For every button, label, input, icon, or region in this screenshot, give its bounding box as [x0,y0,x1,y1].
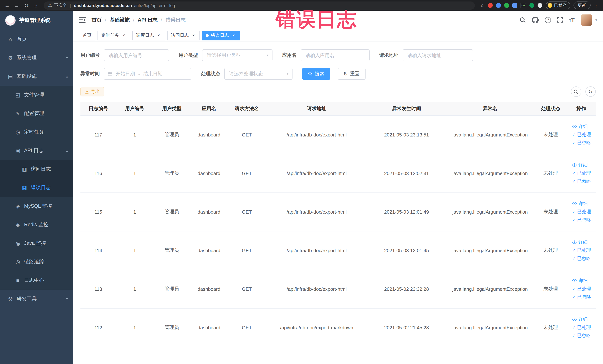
tab-home[interactable]: 首页 [79,31,95,40]
col-request-url: 请求地址 [266,102,367,115]
col-status: 处理状态 [534,102,567,115]
bookmark-star-icon[interactable]: ☆ [480,3,484,8]
sidebar-item-api-logs[interactable]: ▣ API 日志 ▴ [0,141,73,160]
processed-link[interactable]: ✓已处理 [572,131,591,138]
cell-user-id: 1 [116,154,153,192]
mysql-icon: ◈ [15,203,21,209]
eye-icon [572,317,577,321]
detail-link[interactable]: 详细 [572,278,588,284]
tab-schedule-logs[interactable]: 调度日志 × [132,31,165,40]
sidebar-logo[interactable]: 芋道管理系统 [0,11,73,30]
clock-icon: ◷ [15,129,21,135]
processed-link[interactable]: ✓已处理 [572,247,591,254]
processed-link[interactable]: ✓已处理 [572,324,591,331]
processed-link[interactable]: ✓已处理 [572,286,591,292]
extension-icon-grid[interactable] [512,3,517,8]
forward-icon[interactable]: → [13,1,21,10]
detail-link[interactable]: 详细 [572,162,588,168]
sidebar-item-log-center[interactable]: ≡ 日志中心 [0,271,73,290]
sidebar-item-error-logs[interactable]: ▦ 错误日志 [0,178,73,197]
sidebar-item-redis-monitor[interactable]: ◆ Redis 监控 [0,215,73,234]
processed-link[interactable]: ✓已处理 [572,170,591,176]
close-icon[interactable]: × [156,33,161,38]
sidebar-item-mysql-monitor[interactable]: ◈ MySQL 监控 [0,197,73,215]
close-icon[interactable]: × [121,33,127,38]
address-bar[interactable]: ⚠ 不安全 | dashboard.yudao.iocoder.cn /infr… [44,1,475,10]
fullscreen-icon[interactable] [557,17,563,23]
sidebar-item-config-management[interactable]: ✎ 配置管理 [0,104,73,123]
sidebar-item-file-management[interactable]: ◰ 文件管理 [0,86,73,104]
help-icon[interactable]: ? [545,17,551,23]
font-size-icon[interactable]: TT [569,17,575,23]
cell-user-id: 1 [116,192,153,231]
ignored-link[interactable]: ✓已忽略 [572,140,591,146]
cell-exception: java.lang.IllegalArgumentException [446,270,534,308]
cell-url: /api/infra/db-doc/export-html [266,115,367,154]
ignored-link[interactable]: ✓已忽略 [572,178,591,185]
reload-icon[interactable]: ↻ [22,1,30,10]
browser-menu-icon[interactable]: ⋮ [594,3,599,8]
ignored-link[interactable]: ✓已忽略 [572,255,591,262]
detail-link[interactable]: 详细 [572,239,588,245]
tab-access-logs[interactable]: 访问日志 × [167,31,200,40]
search-button[interactable]: 搜索 [302,68,330,80]
extension-icon-blue[interactable] [496,3,501,8]
app-name-input[interactable] [301,49,370,61]
paused-chip[interactable]: 已暂停 [545,1,570,9]
ignored-link[interactable]: ✓已忽略 [572,294,591,300]
cell-status: 未处理 [534,308,567,347]
sidebar-item-scheduled-tasks[interactable]: ◷ 定时任务 [0,123,73,141]
sidebar-item-home[interactable]: ⌂ 首页 [0,30,73,48]
browser-home-icon[interactable]: ⌂ [32,1,40,10]
detail-link[interactable]: 详细 [572,123,588,130]
tab-scheduled-tasks[interactable]: 定时任务 × [97,31,130,40]
cell-app: dashboard [190,192,227,231]
extension-icon-green[interactable] [504,3,509,8]
breadcrumb-api-logs[interactable]: API 日志 [138,16,158,23]
sidebar-item-system-management[interactable]: ⚙ 系统管理 ▾ [0,48,73,67]
refresh-table-button[interactable]: ↻ [585,86,596,97]
ignored-link[interactable]: ✓已忽略 [572,332,591,339]
export-button[interactable]: 导出 [81,87,104,96]
processed-link[interactable]: ✓已处理 [572,209,591,215]
file-icon: ◰ [15,92,21,98]
date-range-picker[interactable]: 开始日期 - 结束日期 [104,68,191,80]
sidebar-item-access-logs[interactable]: ▥ 访问日志 [0,160,73,178]
toggle-search-button[interactable] [571,86,581,97]
hamburger-icon[interactable] [79,17,86,23]
sidebar-item-dev-tools[interactable]: ⚒ 研发工具 ▾ [0,290,73,308]
check-icon: ✓ [572,171,576,176]
search-icon[interactable] [520,17,526,23]
active-dot-icon [206,34,209,37]
detail-link[interactable]: 详细 [572,316,588,322]
sidebar-item-trace[interactable]: ◎ 链路追踪 [0,253,73,271]
sidebar-item-label: 配置管理 [24,110,44,117]
update-button[interactable]: 更新 [573,1,590,9]
tab-error-logs[interactable]: 错误日志 × [202,31,240,40]
process-status-select[interactable]: 请选择处理状态 ▾ [224,68,292,80]
user-type-select[interactable]: 请选择用户类型 ▾ [202,49,272,61]
extension-on-badge[interactable]: on [520,3,526,8]
close-icon[interactable]: × [231,33,236,38]
detail-link[interactable]: 详细 [572,200,588,207]
user-id-input[interactable] [104,49,169,61]
extension-icon-paw[interactable] [537,3,542,8]
close-icon[interactable]: × [191,33,196,38]
sidebar-item-label: 基础设施 [17,73,37,80]
user-avatar[interactable] [581,14,592,25]
avatar-caret-icon[interactable]: ▾ [595,18,597,22]
request-url-input[interactable] [403,49,473,61]
github-icon[interactable] [532,16,539,23]
extension-icon-leaf[interactable] [529,3,534,8]
sidebar-item-java-monitor[interactable]: ◉ Java 监控 [0,234,73,253]
reset-button[interactable]: ↻ 重置 [338,68,366,80]
sidebar-item-infrastructure[interactable]: ▤ 基础设施 ▴ [0,67,73,86]
extension-icon-red[interactable] [488,3,493,8]
back-icon[interactable]: ← [3,1,11,10]
cell-status: 未处理 [534,115,567,154]
filter-row-1: 用户编号 用户类型 请选择用户类型 ▾ 应用名 [81,49,596,61]
breadcrumb-infrastructure[interactable]: 基础设施 [110,16,130,23]
ignored-link[interactable]: ✓已忽略 [572,217,591,223]
cell-user-type: 管理员 [153,154,190,192]
breadcrumb-home[interactable]: 首页 [92,16,102,23]
